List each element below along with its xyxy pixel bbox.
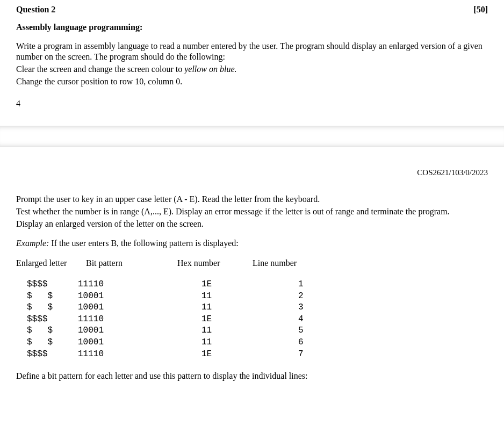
- heading-hex: Hex number: [177, 258, 253, 269]
- cell-hex: 1E: [201, 349, 298, 360]
- cell-bit: 11110: [78, 349, 201, 360]
- cell-hex: 11: [201, 302, 298, 314]
- table-heading-row: Enlarged letterBit patternHex numberLine…: [16, 258, 488, 269]
- intro-p2a: Clear the screen and change the screen c…: [16, 64, 184, 74]
- cell-bit: 11110: [78, 314, 201, 326]
- cell-line: 6: [298, 337, 330, 349]
- cell-hex: 11: [201, 291, 298, 302]
- example-intro-text: If the user enters B, the following patt…: [49, 239, 238, 248]
- footer-note: Define a bit pattern for each letter and…: [16, 371, 488, 382]
- question-header: Question 2 [50]: [16, 4, 488, 16]
- cell-line: 4: [298, 314, 330, 326]
- table-row: $$$$ 111101E1: [27, 279, 330, 291]
- table-row: $ $10001116: [27, 337, 330, 349]
- example-intro: Example: If the user enters B, the follo…: [16, 238, 488, 249]
- cell-enlarged: $ $: [27, 337, 78, 349]
- cell-bit: 11110: [78, 279, 201, 291]
- page-bottom: COS2621/103/0/2023 Prompt the user to ke…: [0, 147, 504, 394]
- heading-line: Line number: [253, 258, 297, 269]
- table-row: $$$$ 111101E7: [27, 349, 330, 360]
- cell-enlarged: $ $: [27, 291, 78, 302]
- heading-enlarged: Enlarged letter: [16, 258, 86, 269]
- cell-line: 7: [298, 349, 330, 360]
- cell-enlarged: $$$$: [27, 279, 78, 291]
- cell-hex: 1E: [201, 279, 298, 291]
- table-row: $ $10001115: [27, 325, 330, 337]
- cell-hex: 1E: [201, 314, 298, 326]
- question-label: Question 2: [16, 4, 55, 16]
- intro-p2: Clear the screen and change the screen c…: [16, 64, 488, 75]
- heading-bit: Bit pattern: [86, 258, 177, 269]
- example-intro-label: Example:: [16, 239, 49, 248]
- page-top: Question 2 [50] Assembly language progra…: [0, 0, 504, 126]
- cell-line: 1: [298, 279, 330, 291]
- cell-hex: 11: [201, 325, 298, 337]
- instr-p1: Prompt the user to key in an upper case …: [16, 194, 488, 205]
- example-table-body: $$$$ 111101E1$ $10001112$ $10001113$$$$ …: [27, 279, 330, 360]
- instr-p2: Test whether the number is in range (A,.…: [16, 206, 488, 218]
- cell-line: 5: [298, 325, 330, 337]
- table-row: $$$$ 111101E4: [27, 314, 330, 326]
- cell-enlarged: $$$$: [27, 349, 78, 360]
- page-break: [0, 126, 504, 147]
- cell-line: 3: [298, 302, 330, 314]
- cell-bit: 10001: [78, 337, 201, 349]
- page-number: 4: [16, 98, 488, 110]
- cell-enlarged: $ $: [27, 325, 78, 337]
- intro-p1: Write a program in assembly language to …: [16, 41, 488, 63]
- cell-bit: 10001: [78, 291, 201, 302]
- cell-enlarged: $ $: [27, 302, 78, 314]
- cell-line: 2: [298, 291, 330, 302]
- instr-p3: Display an enlarged version of the lette…: [16, 219, 488, 230]
- cell-bit: 10001: [78, 325, 201, 337]
- question-marks: [50]: [473, 4, 488, 16]
- intro-p3: Change the cursor position to row 10, co…: [16, 76, 488, 88]
- cell-bit: 10001: [78, 302, 201, 314]
- table-row: $ $10001112: [27, 291, 330, 302]
- example-table: $$$$ 111101E1$ $10001112$ $10001113$$$$ …: [27, 279, 330, 360]
- cell-hex: 11: [201, 337, 298, 349]
- table-row: $ $10001113: [27, 302, 330, 314]
- intro-p2b: yellow on blue.: [184, 64, 236, 74]
- document-code: COS2621/103/0/2023: [16, 168, 488, 178]
- cell-enlarged: $$$$: [27, 314, 78, 326]
- subtitle: Assembly language programming:: [16, 22, 488, 33]
